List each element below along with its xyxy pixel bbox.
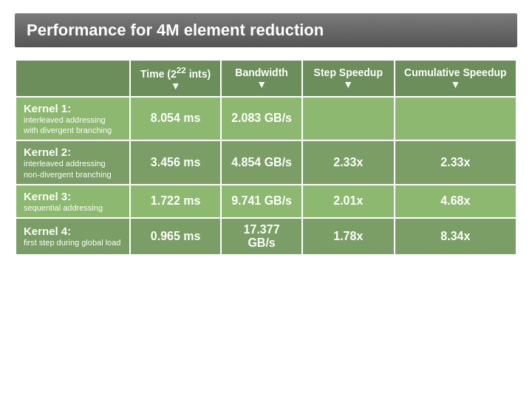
kernel-label-cell: Kernel 2:interleaved addressing non-dive… [16,140,130,185]
page-title: Performance for 4M element reduction [15,13,517,47]
bandwidth-header: Bandwidth ▼ [221,60,302,97]
cumulative-speedup-header: Cumulative Speedup ▼ [395,60,516,97]
time-cell: 0.965 ms [130,218,221,255]
performance-table: Time (222 ints) ▼ Bandwidth ▼ Step Speed… [15,59,517,256]
step-speedup-cell: 2.33x [302,140,395,185]
cumulative-speedup-cell: 8.34x [395,218,516,255]
bandwidth-cell: 4.854 GB/s [221,140,302,185]
cumulative-speedup-cell: 4.68x [395,185,516,218]
bandwidth-cell: 9.741 GB/s [221,185,302,218]
table-row: Kernel 3:sequential addressing1.722 ms9.… [16,185,516,218]
time-header: Time (222 ints) ▼ [130,60,221,97]
time-cell: 8.054 ms [130,97,221,141]
step-speedup-header: Step Speedup ▼ [302,60,395,97]
table-row: Kernel 2:interleaved addressing non-dive… [16,140,516,185]
kernel-label-cell: Kernel 4:first step during global load [16,218,130,255]
time-cell: 3.456 ms [130,140,221,185]
bandwidth-cell: 17.377 GB/s [221,218,302,255]
kernel-label-cell: Kernel 1:interleaved addressing with div… [16,97,130,141]
kernel-label-cell: Kernel 3:sequential addressing [16,185,130,218]
step-speedup-cell [302,97,395,141]
table-row: Kernel 4:first step during global load0.… [16,218,516,255]
step-speedup-cell: 1.78x [302,218,395,255]
table-row: Kernel 1:interleaved addressing with div… [16,97,516,141]
time-cell: 1.722 ms [130,185,221,218]
bandwidth-cell: 2.083 GB/s [221,97,302,141]
step-speedup-cell: 2.01x [302,185,395,218]
page-wrapper: Performance for 4M element reduction Tim… [0,0,532,269]
cumulative-speedup-cell: 2.33x [395,140,516,185]
corner-header [16,60,130,97]
cumulative-speedup-cell [395,97,516,141]
